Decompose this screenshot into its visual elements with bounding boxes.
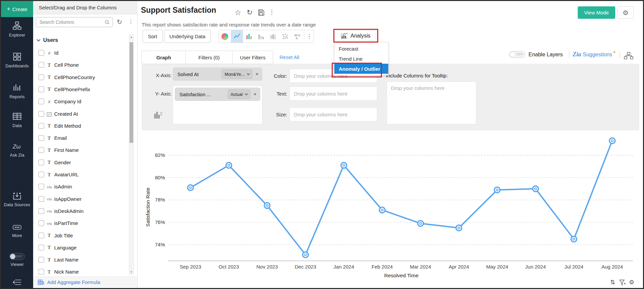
menu-item-trend-line[interactable]: Trend Line	[334, 54, 388, 64]
sidebar-item-dashboards[interactable]: Dashboards	[1, 52, 33, 69]
save-icon[interactable]	[258, 9, 264, 16]
y-axis-chip[interactable]: Satisfaction ... Actual ×	[175, 88, 260, 101]
sidebar-item-explorer[interactable]: Explorer	[1, 21, 33, 38]
menu-item-anomaly-outlier[interactable]: Anomaly / Outlier	[334, 64, 388, 74]
checkbox[interactable]	[38, 257, 44, 263]
more-chart-types-icon[interactable]: ⋮	[305, 30, 314, 43]
data-point-sep-2023[interactable]	[188, 185, 193, 190]
column-item-avatarurl[interactable]: TAvatarURL	[33, 169, 130, 180]
data-point-jun-2024[interactable]	[533, 186, 538, 192]
scrollbar-thumb[interactable]	[130, 42, 133, 143]
refresh-report-icon[interactable]: ↻	[247, 8, 253, 16]
chart-filter-icon[interactable]	[619, 280, 626, 286]
create-button[interactable]: + Create	[1, 1, 33, 17]
stacked-bar-chart-icon[interactable]	[255, 30, 267, 43]
zia-suggestions-link[interactable]: Zia Suggestions ✦	[573, 51, 618, 58]
checkbox[interactable]	[38, 269, 44, 275]
column-item-cellphonecountry[interactable]: TCellPhoneCountry	[33, 72, 130, 82]
checkbox[interactable]	[38, 220, 44, 226]
data-point-aug-2024[interactable]	[610, 138, 615, 143]
tab-graph[interactable]: Graph	[142, 51, 186, 64]
data-point-dec-2023[interactable]	[303, 252, 308, 257]
checkbox[interactable]	[38, 99, 44, 104]
tooltip-dropzone[interactable]: Drop your columns here	[387, 81, 476, 124]
column-item-isappowner[interactable]: Y/NisAppOwner	[33, 194, 130, 204]
y-axis-aggregate-select[interactable]: Actual	[228, 90, 250, 99]
pie-chart-icon[interactable]	[219, 30, 231, 43]
sort-button[interactable]: Sort	[143, 30, 163, 43]
sidebar-item-data-sources[interactable]: Data Sources	[1, 191, 33, 207]
checkbox[interactable]	[38, 50, 44, 56]
column-item-id[interactable]: #Id	[33, 48, 130, 58]
checkbox[interactable]	[38, 62, 44, 68]
column-item-nick-name[interactable]: TNick Name	[33, 267, 130, 277]
data-point-jul-2024[interactable]	[571, 236, 577, 242]
size-dropzone[interactable]: Drop your columns here	[290, 107, 377, 121]
columns-scrollbar[interactable]: ▲ ▼	[129, 35, 134, 275]
checkbox[interactable]	[38, 111, 44, 117]
chart-sort-icon[interactable]: ⇅	[610, 279, 615, 286]
data-point-nov-2023[interactable]	[264, 203, 270, 209]
reset-all-link[interactable]: Reset All	[279, 54, 299, 60]
sidebar-item-data[interactable]: Data	[1, 112, 33, 128]
tab-user-filters[interactable]: User Filters	[232, 51, 273, 64]
checkbox[interactable]	[38, 135, 44, 141]
data-point-apr-2024[interactable]	[456, 225, 462, 231]
checkbox[interactable]	[38, 160, 44, 165]
tab-filters[interactable]: Filters (0)	[185, 51, 233, 64]
checkbox[interactable]	[38, 123, 44, 129]
checkbox[interactable]	[38, 147, 44, 153]
column-item-gender[interactable]: TGender	[33, 157, 130, 168]
bar-chart-icon[interactable]	[243, 30, 255, 43]
column-item-edit-method[interactable]: TEdit Method	[33, 121, 130, 131]
data-point-may-2024[interactable]	[494, 187, 500, 193]
hierarchy-view-icon[interactable]	[624, 52, 634, 60]
column-item-created-at[interactable]: 17Created At	[33, 109, 130, 119]
viewer-toggle-item[interactable]: OFF Viewer	[1, 253, 33, 267]
settings-button[interactable]: ⚙	[618, 6, 634, 19]
analysis-button[interactable]: Analysis	[335, 31, 376, 41]
column-item-language[interactable]: TLanguage	[33, 242, 130, 253]
viewer-toggle[interactable]: OFF	[9, 253, 25, 260]
x-axis-chip[interactable]: Solved At Mon&Ye... ×	[173, 67, 262, 81]
users-section-header[interactable]: Users	[36, 37, 58, 43]
line-chart-icon[interactable]	[231, 30, 243, 43]
scroll-up-icon[interactable]: ▲	[129, 36, 134, 39]
refresh-columns-icon[interactable]: ↻	[117, 18, 122, 26]
enable-layers-toggle[interactable]: OFF	[509, 51, 525, 58]
data-point-jan-2024[interactable]	[341, 163, 347, 168]
column-item-job-title[interactable]: TJob Title	[33, 230, 130, 241]
favorite-star-icon[interactable]: ☆	[235, 8, 241, 17]
underlying-data-button[interactable]: Underlying Data	[164, 30, 211, 43]
data-point-feb-2024[interactable]	[379, 207, 385, 213]
search-columns-box[interactable]	[36, 17, 113, 27]
map-chart-icon[interactable]	[291, 30, 303, 43]
data-point-mar-2024[interactable]	[418, 221, 423, 226]
add-aggregate-formula[interactable]: Σ Add Aggregate Formula	[33, 277, 137, 287]
view-mode-button[interactable]: View Mode	[578, 6, 615, 19]
column-item-isdeskadmin[interactable]: Y/NisDeskAdmin	[33, 206, 130, 216]
remove-x-axis-icon[interactable]: ×	[256, 71, 258, 77]
column-item-isparttime[interactable]: Y/NisPartTime	[33, 218, 130, 228]
data-point-oct-2023[interactable]	[226, 163, 232, 168]
checkbox[interactable]	[38, 86, 44, 92]
search-columns-input[interactable]	[39, 19, 104, 25]
remove-y-axis-icon[interactable]: ×	[254, 92, 256, 97]
checkbox[interactable]	[38, 172, 44, 177]
checkbox[interactable]	[38, 245, 44, 250]
sidebar-item-reports[interactable]: Reports	[1, 83, 33, 100]
scatter-chart-icon[interactable]	[279, 30, 291, 43]
checkbox[interactable]	[38, 233, 44, 238]
column-item-last-name[interactable]: TLast Name	[33, 254, 130, 265]
column-item-cell-phone[interactable]: TCell Phone	[33, 60, 130, 70]
combo-chart-icon[interactable]	[267, 30, 279, 43]
column-item-company-id[interactable]: #Company Id	[33, 96, 130, 107]
checkbox[interactable]	[38, 74, 44, 80]
chart-settings-icon[interactable]: ⚙	[629, 279, 634, 286]
columns-kebab-icon[interactable]: ⋮	[128, 18, 134, 25]
checkbox[interactable]	[38, 208, 44, 214]
column-item-isadmin[interactable]: Y/NisAdmin	[33, 181, 130, 192]
collapse-sidebar-icon[interactable]	[12, 279, 22, 286]
column-item-first-name[interactable]: TFirst Name	[33, 145, 130, 155]
column-item-email[interactable]: TEmail	[33, 133, 130, 143]
